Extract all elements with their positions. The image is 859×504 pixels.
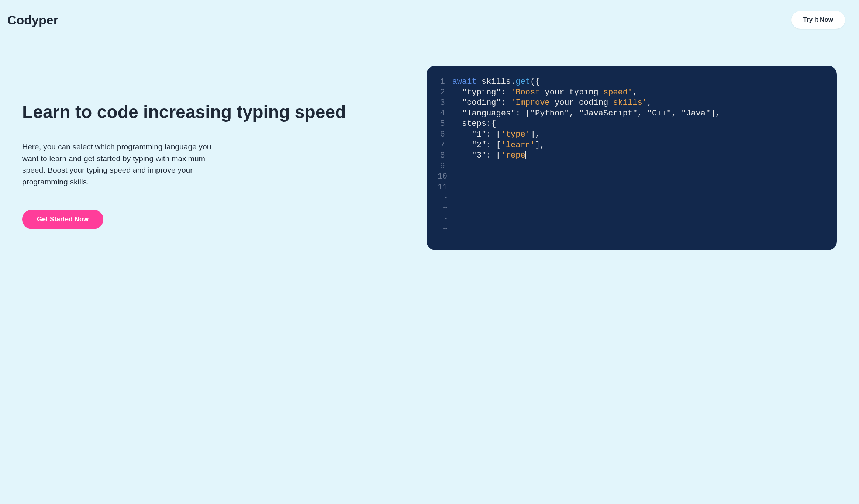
line-number: 7 [438,140,452,151]
code-token: , [632,88,637,97]
line-number: 10 [438,172,452,182]
code-token: ], [530,130,540,139]
code-content [452,182,457,193]
code-content: steps:{ [452,119,496,130]
code-token: skills' [613,98,647,107]
code-line: 1await skills.get({ [438,77,822,87]
code-content: "languages": ["Python", "JavaScript", "C… [452,108,720,119]
line-number: 3 [438,98,452,108]
code-editor: 1await skills.get({2 "typing": 'Boost yo… [427,66,837,250]
line-number: 9 [438,161,452,172]
try-it-now-button[interactable]: Try It Now [791,11,845,29]
code-token: "typing": [452,88,511,97]
code-token: await [452,77,477,86]
code-token: "languages": ["Python", "JavaScript", "C… [452,109,720,118]
code-content: "coding": 'Improve your coding skills', [452,98,652,108]
tilde-icon: ~ [438,224,452,235]
line-number: 1 [438,77,452,87]
hero-title: Learn to code increasing typing speed [22,101,397,123]
code-token: "3": [ [452,151,501,160]
hero-description: Here, you can select which programming l… [22,141,229,187]
code-token: skills. [477,77,516,86]
code-line: 9 [438,161,822,172]
get-started-button[interactable]: Get Started Now [22,210,103,229]
code-line: 2 "typing": 'Boost your typing speed', [438,87,822,98]
code-token: 'Boost [511,88,540,97]
code-content: await skills.get({ [452,77,540,87]
code-content: "1": ['type'], [452,130,540,140]
code-token: speed' [603,88,632,97]
code-line: 10 [438,172,822,182]
tilde-icon: ~ [438,214,452,225]
code-line: 5 steps:{ [438,119,822,130]
code-token: steps:{ [452,119,496,128]
code-content [452,172,457,182]
code-token: get [515,77,530,86]
code-line: 4 "languages": ["Python", "JavaScript", … [438,108,822,119]
code-token: , [647,98,652,107]
code-line: 3 "coding": 'Improve your coding skills'… [438,98,822,108]
header: Codyper Try It Now [0,0,859,29]
empty-line-tilde: ~ [438,193,822,204]
line-number: 8 [438,151,452,161]
code-token: your typing [540,88,603,97]
line-number: 5 [438,119,452,130]
line-number: 4 [438,108,452,119]
hero-section: Learn to code increasing typing speed He… [0,29,859,272]
code-token: 'learn' [501,141,535,150]
code-token: "coding": [452,98,511,107]
code-token: 'Improve [511,98,550,107]
code-content: "3": ['repe [452,151,526,161]
code-content: "2": ['learn'], [452,140,545,151]
logo: Codyper [7,13,58,27]
code-line: 11 [438,182,822,193]
code-token: ], [535,141,545,150]
line-number: 11 [438,182,452,193]
line-number: 6 [438,130,452,140]
code-token: ({ [530,77,540,86]
hero-text-column: Learn to code increasing typing speed He… [22,87,397,229]
empty-line-tilde: ~ [438,203,822,214]
code-token: your coding [550,98,613,107]
code-token: "1": [ [452,130,501,139]
tilde-icon: ~ [438,203,452,214]
code-line: 6 "1": ['type'], [438,130,822,140]
hero-code-column: 1await skills.get({2 "typing": 'Boost yo… [427,66,837,250]
code-line: 7 "2": ['learn'], [438,140,822,151]
line-number: 2 [438,87,452,98]
text-cursor-icon [525,151,526,159]
code-token: "2": [ [452,141,501,150]
code-token: 'repe [501,151,525,160]
empty-line-tilde: ~ [438,224,822,235]
code-token: 'type' [501,130,530,139]
empty-line-tilde: ~ [438,214,822,225]
code-line: 8 "3": ['repe [438,151,822,161]
tilde-icon: ~ [438,193,452,204]
code-content [452,161,457,172]
code-content: "typing": 'Boost your typing speed', [452,87,638,98]
